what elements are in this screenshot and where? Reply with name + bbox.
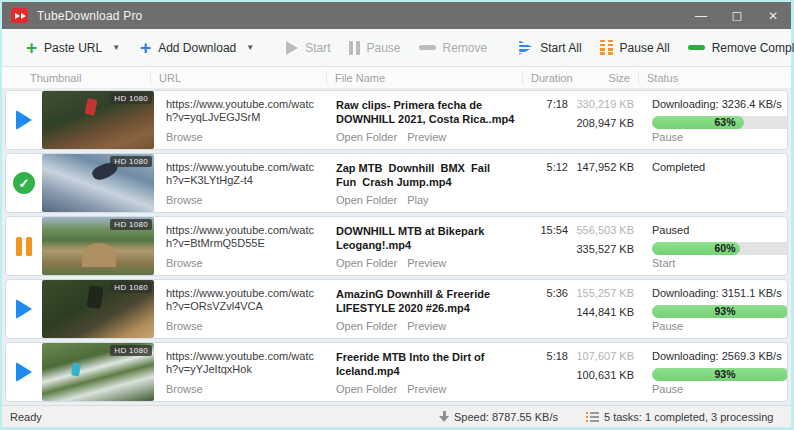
size-total: 330,219 KB	[570, 98, 634, 111]
video-url: https://www.youtube.com/watch?v=yqLJvEGJ…	[166, 98, 320, 124]
browse-link[interactable]: Browse	[166, 320, 203, 332]
titlebar: TubeDownload Pro — ◻ ✕	[2, 2, 791, 29]
browse-link[interactable]: Browse	[166, 131, 203, 143]
pause-link[interactable]: Pause	[652, 383, 683, 395]
progress-bar: 93%	[652, 368, 788, 381]
status-text: Downloading: 3151.1 KB/s	[652, 287, 788, 300]
download-row[interactable]: HD 1080 https://www.youtube.com/watch?v=…	[5, 279, 788, 339]
duration: 15:54	[526, 217, 570, 275]
download-row[interactable]: ✓ HD 1080 https://www.youtube.com/watch?…	[5, 153, 788, 213]
size-downloaded: 100,631 KB	[570, 369, 634, 382]
start-link[interactable]: Start	[652, 257, 675, 269]
completed-check-icon: ✓	[13, 172, 35, 194]
progress-bar: 60%	[652, 242, 788, 255]
downloading-play-icon	[16, 299, 32, 319]
video-url: https://www.youtube.com/watch?v=ORsVZvl4…	[166, 287, 320, 313]
hd-badge: HD 1080	[110, 219, 152, 230]
size-downloaded: 208,947 KB	[570, 117, 634, 130]
download-speed-icon	[439, 411, 449, 423]
video-thumbnail: HD 1080	[42, 91, 154, 149]
size-downloaded: 335,527 KB	[570, 243, 634, 256]
duration: 7:18	[526, 91, 570, 149]
column-header-file-name[interactable]: File Name	[326, 71, 522, 85]
preview-link[interactable]: Preview	[407, 383, 446, 395]
progress-label: 63%	[652, 116, 788, 129]
open-folder-link[interactable]: Open Folder	[336, 194, 397, 206]
remove-button[interactable]: Remove	[413, 36, 494, 60]
status-bar: Ready Speed: 8787.55 KB/s 5 tasks: 1 com…	[2, 405, 791, 427]
downloading-play-icon	[16, 110, 32, 130]
minimize-button[interactable]: —	[683, 2, 719, 29]
plus-icon: +	[140, 41, 151, 55]
open-folder-link[interactable]: Open Folder	[336, 257, 397, 269]
hd-badge: HD 1080	[110, 282, 152, 293]
column-header-thumbnail[interactable]: Thumbnail	[2, 71, 150, 85]
download-row[interactable]: HD 1080 https://www.youtube.com/watch?v=…	[5, 342, 788, 402]
maximize-button[interactable]: ◻	[719, 2, 755, 29]
add-download-button[interactable]: + Add Download ▼	[134, 36, 260, 60]
preview-link[interactable]: Preview	[407, 131, 446, 143]
column-header-status[interactable]: Status	[638, 71, 791, 85]
download-row[interactable]: HD 1080 https://www.youtube.com/watch?v=…	[5, 90, 788, 150]
speed-text: Speed: 8787.55 KB/s	[454, 411, 558, 423]
app-window: TubeDownload Pro — ◻ ✕ + Paste URL ▼ + A…	[2, 2, 791, 427]
video-url: https://www.youtube.com/watch?v=BtMrmQ5D…	[166, 224, 320, 250]
ready-status: Ready	[2, 411, 42, 423]
open-folder-link[interactable]: Open Folder	[336, 320, 397, 332]
toolbar: + Paste URL ▼ + Add Download ▼ Start Pau…	[2, 29, 791, 67]
preview-link[interactable]: Preview	[407, 320, 446, 332]
start-all-icon	[519, 41, 533, 55]
open-folder-link[interactable]: Open Folder	[336, 131, 397, 143]
pause-link[interactable]: Pause	[652, 131, 683, 143]
column-header-duration[interactable]: Duration	[522, 71, 566, 85]
browse-link[interactable]: Browse	[166, 194, 203, 206]
paste-url-button[interactable]: + Paste URL ▼	[20, 36, 126, 60]
size-total: 556,503 KB	[570, 224, 634, 237]
plus-icon: +	[26, 41, 37, 55]
open-folder-link[interactable]: Open Folder	[336, 383, 397, 395]
video-thumbnail: HD 1080	[42, 217, 154, 275]
paused-icon	[16, 237, 32, 256]
pause-link[interactable]: Pause	[652, 320, 683, 332]
pause-all-button[interactable]: Pause All	[594, 35, 676, 60]
duration: 5:36	[526, 280, 570, 338]
hd-badge: HD 1080	[110, 156, 152, 167]
progress-bar: 63%	[652, 116, 788, 129]
status-text: Paused	[652, 224, 788, 237]
column-header-size[interactable]: Size	[566, 71, 638, 85]
video-thumbnail: HD 1080	[42, 343, 154, 401]
browse-link[interactable]: Browse	[166, 257, 203, 269]
size-downloaded: 144,841 KB	[570, 306, 634, 319]
column-header-url[interactable]: URL	[150, 71, 326, 85]
chevron-down-icon[interactable]: ▼	[112, 43, 120, 52]
duration: 5:18	[526, 343, 570, 401]
hd-badge: HD 1080	[110, 93, 152, 104]
preview-link[interactable]: Preview	[407, 257, 446, 269]
chevron-down-icon[interactable]: ▼	[246, 43, 254, 52]
downloading-play-icon	[16, 362, 32, 382]
download-row[interactable]: HD 1080 https://www.youtube.com/watch?v=…	[5, 216, 788, 276]
video-thumbnail: HD 1080	[42, 154, 154, 212]
tasks-list-icon	[586, 412, 599, 422]
file-name: Freeride MTB Into the Dirt of Iceland.mp…	[336, 350, 516, 378]
browse-link[interactable]: Browse	[166, 383, 203, 395]
video-url: https://www.youtube.com/watch?v=K3LYtHgZ…	[166, 161, 320, 187]
remove-icon	[419, 45, 436, 50]
pause-icon	[349, 41, 360, 55]
status-text: Downloading: 3236.4 KB/s	[652, 98, 788, 111]
video-thumbnail: HD 1080	[42, 280, 154, 338]
progress-bar: 93%	[652, 305, 788, 318]
play-link[interactable]: Play	[407, 194, 428, 206]
size-total: 155,257 KB	[570, 287, 634, 300]
remove-completed-button[interactable]: Remove Completed ▼	[682, 36, 794, 60]
file-name: AmazinG Downhill & Freeride LIFESTYLE 20…	[336, 287, 516, 315]
close-button[interactable]: ✕	[755, 2, 791, 29]
pause-button[interactable]: Pause	[343, 36, 407, 60]
app-logo-icon	[11, 8, 28, 23]
progress-label: 60%	[652, 242, 788, 255]
start-all-button[interactable]: Start All	[513, 36, 587, 60]
pause-all-icon	[600, 40, 613, 55]
status-text: Downloading: 2569.3 KB/s	[652, 350, 788, 363]
file-name: Zap MTB Downhill BMX Fail Fun Crash Jump…	[336, 161, 516, 189]
start-button[interactable]: Start	[280, 36, 336, 60]
